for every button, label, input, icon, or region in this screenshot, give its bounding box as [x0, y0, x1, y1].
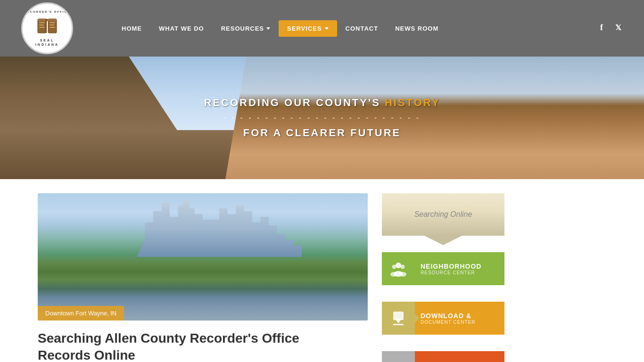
right-column: Searching Online NEIGHBORHOOD RESOURCE C… [382, 193, 504, 362]
recording-icon: e [382, 351, 415, 362]
nav-resources-label: RESOURCES [221, 25, 264, 32]
logo-book-icon [35, 14, 59, 38]
svg-rect-4 [39, 22, 45, 23]
hero-section: RECORDING OUR COUNTY'S HISTORY - - - - -… [0, 57, 644, 179]
svg-rect-5 [39, 25, 44, 25]
logo[interactable]: RECORDER'S OFFICE SEAL INDIANA [19, 0, 75, 57]
svg-text:𝕏: 𝕏 [615, 24, 621, 32]
main-content: Downtown Fort Wayne, IN Searching Allen … [0, 179, 644, 362]
hero-content: RECORDING OUR COUNTY'S HISTORY - - - - -… [204, 97, 440, 139]
nav-contact[interactable]: CONTACT [337, 20, 387, 37]
recording-card[interactable]: e RECORDING GET STARTED NOW [382, 351, 504, 362]
download-icon [382, 302, 415, 335]
logo-circle: RECORDER'S OFFICE SEAL INDIANA [21, 2, 73, 54]
svg-rect-2 [38, 19, 57, 21]
svg-text:f: f [600, 23, 603, 32]
image-caption: Downtown Fort Wayne, IN [38, 306, 124, 321]
download-title: DOWNLOAD & [421, 312, 499, 320]
searching-online-label: Searching Online [414, 210, 472, 219]
svg-point-15 [401, 265, 405, 269]
svg-rect-6 [39, 27, 45, 28]
nav-news-room[interactable]: NEWS ROOM [387, 20, 447, 37]
svg-marker-20 [395, 319, 402, 323]
social-icons: f 𝕏 [597, 22, 625, 35]
svg-rect-9 [50, 27, 55, 28]
searching-online-banner[interactable]: Searching Online [382, 193, 504, 236]
article-title: Searching Allen County Recorder's Office… [38, 330, 368, 362]
hero-divider: - - - - - - - - - - - - - - - - - - - - … [204, 114, 440, 122]
nav-home[interactable]: HOME [113, 20, 150, 37]
nav-services-label: SERVICES [287, 25, 322, 32]
header: RECORDER'S OFFICE SEAL INDIANA HOME WHAT… [0, 0, 644, 57]
svg-rect-8 [50, 25, 54, 25]
main-nav: HOME WHAT WE DO RESOURCES SERVICES CONTA… [113, 20, 597, 37]
neighborhood-icon [382, 252, 415, 285]
svg-text:e: e [393, 360, 399, 362]
article-title-line2: Records Online [38, 348, 135, 362]
facebook-icon[interactable]: f [597, 22, 608, 35]
hero-tagline-prefix: RECORDING OUR COUNTY'S [204, 97, 384, 108]
neighborhood-subtitle: RESOURCE CENTER [421, 270, 499, 275]
resources-chevron-icon [266, 27, 270, 30]
nav-resources[interactable]: RESOURCES [213, 20, 279, 37]
svg-rect-7 [50, 22, 55, 23]
hero-tagline-2: FOR A CLEARER FUTURE [204, 127, 440, 139]
article-title-line1: Searching Allen County Recorder's Office [38, 331, 299, 346]
logo-seal-text: SEAL [40, 39, 55, 42]
svg-point-18 [400, 272, 406, 277]
hero-tagline-1: RECORDING OUR COUNTY'S HISTORY [204, 97, 440, 109]
neighborhood-card[interactable]: NEIGHBORHOOD RESOURCE CENTER [382, 252, 504, 285]
featured-image-wrap: Downtown Fort Wayne, IN [38, 193, 368, 321]
buildings-silhouette [137, 200, 302, 257]
nav-services[interactable]: SERVICES [279, 20, 337, 37]
recording-text: RECORDING GET STARTED NOW [415, 351, 504, 362]
svg-point-14 [392, 265, 396, 269]
svg-point-17 [390, 272, 397, 277]
logo-indiana-text: INDIANA [35, 43, 59, 46]
svg-rect-21 [393, 324, 404, 325]
download-subtitle: DOCUMENT CENTER [421, 320, 499, 325]
download-card[interactable]: DOWNLOAD & DOCUMENT CENTER [382, 302, 504, 335]
neighborhood-text: NEIGHBORHOOD RESOURCE CENTER [415, 252, 504, 285]
svg-point-13 [396, 263, 401, 268]
logo-text-top: RECORDER'S OFFICE [24, 10, 70, 13]
services-chevron-icon [325, 27, 329, 30]
nav-what-we-do[interactable]: WHAT WE DO [150, 20, 213, 37]
twitter-icon[interactable]: 𝕏 [615, 22, 625, 35]
left-column: Downtown Fort Wayne, IN Searching Allen … [38, 193, 368, 362]
featured-image [38, 193, 368, 321]
hero-tagline-highlight: HISTORY [385, 97, 440, 108]
neighborhood-title: NEIGHBORHOOD [421, 263, 499, 270]
download-text: DOWNLOAD & DOCUMENT CENTER [415, 302, 504, 335]
